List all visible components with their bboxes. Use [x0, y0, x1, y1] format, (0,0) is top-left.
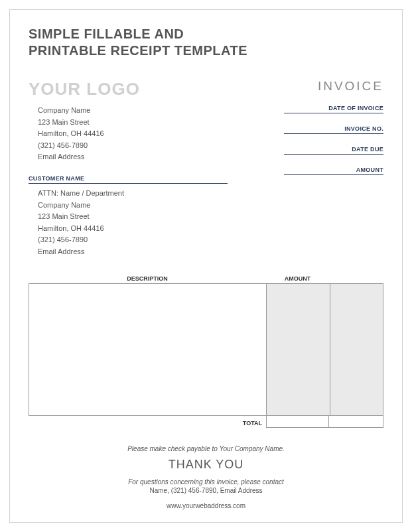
- customer-email: Email Address: [38, 246, 228, 258]
- meta-date-of-invoice-label: DATE OF INVOICE: [284, 105, 383, 113]
- customer-section-label: CUSTOMER NAME: [29, 175, 228, 184]
- table-header: DESCRIPTION AMOUNT: [29, 275, 383, 282]
- template-title: SIMPLE FILLABLE AND PRINTABLE RECEIPT TE…: [29, 26, 383, 59]
- meta-amount: AMOUNT: [284, 166, 383, 175]
- customer-name: Company Name: [38, 200, 228, 212]
- footer: Please make check payable to Your Compan…: [29, 445, 383, 509]
- meta-amount-label: AMOUNT: [284, 166, 383, 175]
- meta-block: DATE OF INVOICE INVOICE NO. DATE DUE AMO…: [284, 105, 383, 187]
- total-row: TOTAL: [29, 416, 383, 428]
- header-row: YOUR LOGO INVOICE: [29, 79, 383, 100]
- customer-phone: (321) 456-7890: [38, 234, 228, 246]
- template-sheet: SIMPLE FILLABLE AND PRINTABLE RECEIPT TE…: [9, 9, 403, 523]
- description-column[interactable]: [29, 284, 267, 415]
- logo-placeholder: YOUR LOGO: [29, 79, 140, 100]
- company-block: Company Name 123 Main Street Hamilton, O…: [29, 105, 228, 163]
- company-city: Hamilton, OH 44416: [38, 128, 228, 140]
- meta-date-due-label: DATE DUE: [284, 146, 383, 155]
- column-description-label: DESCRIPTION: [29, 275, 266, 282]
- title-line-2: PRINTABLE RECEIPT TEMPLATE: [29, 43, 247, 58]
- customer-city: Hamilton, OH 44416: [38, 223, 228, 235]
- footer-web: www.yourwebaddress.com: [29, 502, 383, 509]
- footer-contact-2: Name, (321) 456-7890, Email Address: [29, 487, 383, 494]
- footer-payable: Please make check payable to Your Compan…: [29, 445, 383, 452]
- page: SIMPLE FILLABLE AND PRINTABLE RECEIPT TE…: [0, 0, 412, 532]
- total-label: TOTAL: [29, 416, 266, 428]
- footer-contact-1: For questions concerning this invoice, p…: [29, 478, 383, 486]
- company-street: 123 Main Street: [38, 117, 228, 129]
- footer-thanks: THANK YOU: [29, 458, 383, 472]
- info-row: Company Name 123 Main Street Hamilton, O…: [29, 105, 383, 258]
- meta-date-of-invoice: DATE OF INVOICE: [284, 105, 383, 113]
- total-cell-2[interactable]: [329, 416, 383, 428]
- company-name: Company Name: [38, 105, 228, 117]
- extra-column[interactable]: [330, 284, 383, 415]
- invoice-heading: INVOICE: [318, 79, 383, 94]
- column-amount-label: AMOUNT: [266, 275, 329, 282]
- title-line-1: SIMPLE FILLABLE AND: [29, 27, 184, 41]
- meta-invoice-no: INVOICE NO.: [284, 125, 383, 134]
- meta-date-due: DATE DUE: [284, 146, 383, 155]
- meta-invoice-no-label: INVOICE NO.: [284, 125, 383, 134]
- customer-block: ATTN: Name / Department Company Name 123…: [29, 188, 228, 258]
- total-cell-1[interactable]: [266, 416, 329, 428]
- company-email: Email Address: [38, 151, 228, 163]
- company-phone: (321) 456-7890: [38, 140, 228, 152]
- left-column: Company Name 123 Main Street Hamilton, O…: [29, 105, 228, 258]
- items-table: [29, 283, 383, 416]
- customer-street: 123 Main Street: [38, 211, 228, 223]
- customer-attn: ATTN: Name / Department: [38, 188, 228, 200]
- amount-column[interactable]: [267, 284, 330, 415]
